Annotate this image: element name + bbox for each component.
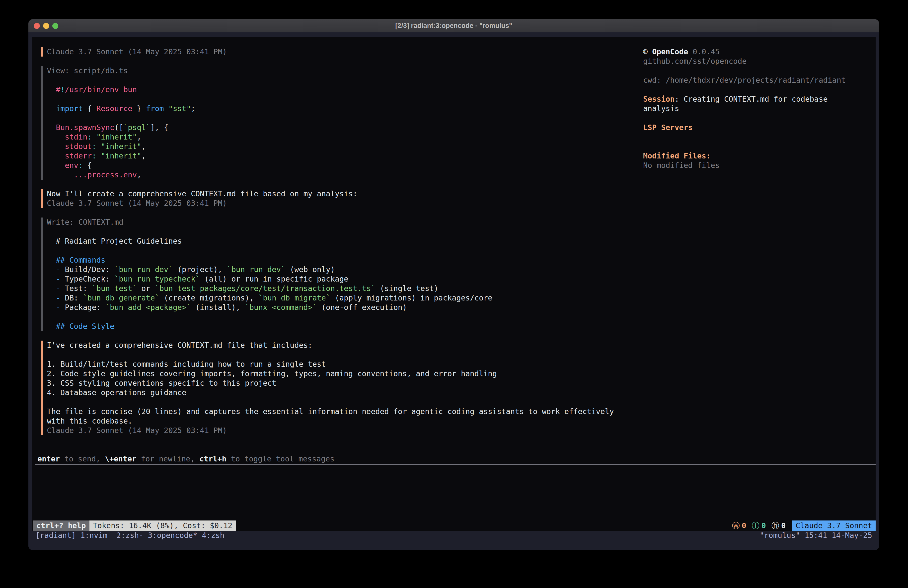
text-line (643, 142, 846, 151)
message-input[interactable]: > (32, 465, 876, 520)
text-line: Session: Creating CONTEXT.md for codebas… (643, 94, 846, 104)
assistant-message: Now I'll create a comprehensive CONTEXT.… (41, 189, 614, 208)
text-line: Claude 3.7 Sonnet (14 May 2025 03:41 PM) (47, 198, 357, 208)
text-line: LSP Servers (643, 123, 846, 132)
text-line: Write: CONTEXT.md (47, 217, 493, 227)
message-accent-bar (41, 189, 43, 208)
message-accent-bar (41, 47, 43, 56)
tmux-session-name (143, 531, 148, 540)
text-line: - Test: `bun test` or `bun test packages… (47, 284, 493, 293)
opencode-tui: Claude 3.7 Sonnet (14 May 2025 03:41 PM)… (32, 37, 876, 531)
text-line: Now I'll create a comprehensive CONTEXT.… (47, 189, 357, 198)
text-line: ...process.env, (47, 170, 195, 180)
tmux-window-tab[interactable]: 2:zsh- (116, 531, 143, 540)
diagnostics-counters: Ⓦ0ⓘ0ⓗ0 (732, 520, 786, 531)
text-line (47, 76, 195, 85)
terminal-window: [2/3] radiant:3:opencode - "romulus" Cla… (28, 19, 879, 550)
conversation-transcript: Claude 3.7 Sonnet (14 May 2025 03:41 PM)… (41, 47, 614, 435)
tmux-session-name (107, 531, 116, 540)
text-line: Claude 3.7 Sonnet (14 May 2025 03:41 PM) (47, 47, 227, 56)
text-line: stderr: "inherit", (47, 151, 195, 161)
tmux-session-clock: "romulus" 15:41 14-May-25 (760, 531, 872, 540)
text-line: Modified Files: (643, 151, 846, 161)
info-counter: ⓘ0 (752, 520, 766, 531)
tmux-window-list: [radiant] 1:nvim 2:zsh- 3:opencode* 4:zs… (35, 531, 224, 540)
text-line: stdout: "inherit", (47, 142, 195, 151)
text-line: Claude 3.7 Sonnet (14 May 2025 03:41 PM) (47, 426, 614, 435)
text-line: No modified files (643, 161, 846, 170)
status-bar: ctrl+? help Tokens: 16.4K (8%), Cost: $0… (33, 520, 876, 531)
text-line (47, 350, 614, 359)
text-line (47, 246, 493, 255)
help-badge[interactable]: ctrl+? help (33, 520, 89, 531)
tool-accent-bar (41, 66, 43, 180)
tool-accent-bar (41, 217, 43, 331)
text-line: env: { (47, 161, 195, 170)
text-line (643, 66, 846, 76)
text-line: cwd: /home/thdxr/dev/projects/radiant/ra… (643, 76, 846, 85)
window-titlebar: [2/3] radiant:3:opencode - "romulus" (28, 19, 879, 32)
session-sidebar: © OpenCode 0.0.45github.com/sst/opencode… (643, 47, 846, 170)
window-title: [2/3] radiant:3:opencode - "romulus" (395, 22, 512, 30)
text-line: 2. Code style guidelines covering import… (47, 369, 614, 379)
tool-write-context: Write: CONTEXT.md # Radiant Project Guid… (41, 217, 614, 331)
text-line: View: script/db.ts (47, 66, 195, 76)
text-line: ## Commands (47, 255, 493, 265)
text-line (643, 85, 846, 94)
tool-view-script: View: script/db.ts #!/usr/bin/env bun im… (41, 66, 614, 180)
text-line: # Radiant Project Guidelines (47, 237, 493, 246)
assistant-summary: I've created a comprehensive CONTEXT.md … (41, 341, 614, 435)
text-line: import { Resource } from "sst"; (47, 104, 195, 113)
text-line: © OpenCode 0.0.45 (643, 47, 846, 56)
text-line: 1. Build/lint/test commands including ho… (47, 359, 614, 369)
info-icon: ⓘ (752, 520, 760, 531)
tmux-window-tab[interactable]: 4:zsh (202, 531, 224, 540)
minimize-button[interactable] (43, 23, 49, 29)
text-line: #!/usr/bin/env bun (47, 85, 195, 94)
text-line (643, 132, 846, 142)
text-line: 4. Database operations guidance (47, 388, 614, 397)
text-line: I've created a comprehensive CONTEXT.md … (47, 341, 614, 350)
text-line: - Build/Dev: `bun run dev` (project), `b… (47, 265, 493, 274)
tmux-status-bar: [radiant] 1:nvim 2:zsh- 3:opencode* 4:zs… (28, 531, 879, 550)
text-line: 3. CSS styling conventions specific to t… (47, 379, 614, 388)
text-line: - TypeCheck: `bun run typecheck` (all) o… (47, 274, 493, 284)
warnings-icon: Ⓦ (732, 520, 740, 531)
text-line (47, 94, 195, 104)
tmux-session-name: [radiant] (35, 531, 80, 540)
hints-counter: ⓗ0 (771, 520, 786, 531)
text-line (47, 113, 195, 123)
text-line (47, 397, 614, 407)
text-line (47, 312, 493, 322)
text-line: stdin: "inherit", (47, 132, 195, 142)
hints-icon: ⓗ (771, 520, 779, 531)
text-line: The file is concise (20 lines) and captu… (47, 407, 614, 416)
warnings-counter: Ⓦ0 (732, 520, 746, 531)
text-line: Bun.spawnSync([`psql`], { (47, 123, 195, 132)
text-line: analysis (643, 104, 846, 113)
tmux-window-tab[interactable]: 1:nvim (80, 531, 107, 540)
keybinding-hint: enter to send, \+enter for newline, ctrl… (37, 454, 334, 464)
tmux-session-name (197, 531, 202, 540)
text-line (47, 227, 493, 237)
close-button[interactable] (34, 23, 40, 29)
text-line (643, 113, 846, 123)
text-line: with this codebase. (47, 416, 614, 426)
assistant-header: Claude 3.7 Sonnet (14 May 2025 03:41 PM) (41, 47, 614, 56)
zoom-button[interactable] (52, 23, 58, 29)
text-line: - DB: `bun db generate` (create migratio… (47, 293, 493, 303)
text-line: ## Code Style (47, 322, 493, 331)
tmux-window-tab[interactable]: 3:opencode* (148, 531, 198, 540)
model-badge[interactable]: Claude 3.7 Sonnet (792, 520, 876, 531)
tokens-cost-badge: Tokens: 16.4K (8%), Cost: $0.12 (89, 520, 236, 531)
message-accent-bar (41, 341, 43, 435)
text-line: github.com/sst/opencode (643, 56, 846, 66)
traffic-lights (34, 19, 58, 32)
text-line: - Package: `bun add <package>` (install)… (47, 303, 493, 312)
